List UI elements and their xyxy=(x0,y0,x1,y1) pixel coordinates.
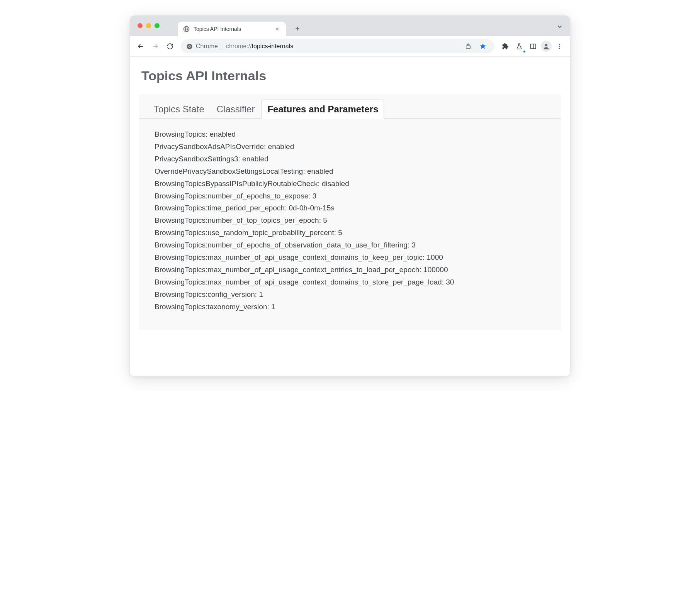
site-chip: Chrome xyxy=(186,43,218,50)
browser-window: Topics API Internals xyxy=(130,15,570,376)
titlebar: Topics API Internals xyxy=(130,15,570,36)
tab-search-button[interactable] xyxy=(556,23,563,30)
omnibox-divider xyxy=(222,43,222,50)
content-panel: Topics State Classifier Features and Par… xyxy=(139,94,561,330)
feature-item: BrowsingTopics:number_of_epochs_of_obser… xyxy=(155,239,545,251)
window-controls xyxy=(138,23,160,28)
extensions-icon[interactable] xyxy=(499,40,511,53)
url-scheme: chrome:// xyxy=(226,43,252,49)
svg-rect-5 xyxy=(530,44,536,49)
feature-item: BrowsingTopics:number_of_epochs_to_expos… xyxy=(155,190,545,202)
menu-icon[interactable] xyxy=(553,40,566,53)
labs-notification-dot xyxy=(523,50,526,53)
feature-item: BrowsingTopics:max_number_of_api_usage_c… xyxy=(155,264,545,276)
tab-topics-state[interactable]: Topics State xyxy=(148,100,210,119)
url-path: topics-internals xyxy=(252,43,294,49)
tab-features-params[interactable]: Features and Parameters xyxy=(262,100,384,119)
address-bar[interactable]: Chrome chrome://topics-internals xyxy=(181,39,494,53)
toolbar: Chrome chrome://topics-internals xyxy=(130,36,570,57)
feature-item: BrowsingTopics:use_random_topic_probabil… xyxy=(155,227,545,239)
feature-item: PrivacySandboxSettings3: enabled xyxy=(155,153,545,165)
window-minimize-button[interactable] xyxy=(146,23,151,28)
reload-button[interactable] xyxy=(164,40,176,53)
feature-list: BrowsingTopics: enabled PrivacySandboxAd… xyxy=(139,119,561,330)
svg-point-7 xyxy=(559,44,560,45)
back-button[interactable] xyxy=(134,40,147,53)
feature-item: BrowsingTopics:number_of_top_topics_per_… xyxy=(155,214,545,227)
chrome-icon xyxy=(186,43,193,50)
window-maximize-button[interactable] xyxy=(155,23,160,28)
browser-tab[interactable]: Topics API Internals xyxy=(178,22,286,36)
toolbar-right xyxy=(499,40,566,53)
svg-point-9 xyxy=(559,48,560,49)
feature-item: BrowsingTopics: enabled xyxy=(155,128,545,141)
page-title: Topics API Internals xyxy=(141,68,561,83)
tab-title: Topics API Internals xyxy=(194,26,270,32)
new-tab-button[interactable] xyxy=(292,23,303,34)
feature-item: OverridePrivacySandboxSettingsLocalTesti… xyxy=(155,165,545,178)
inner-tabrow: Topics State Classifier Features and Par… xyxy=(139,94,561,119)
feature-item: BrowsingTopics:max_number_of_api_usage_c… xyxy=(155,251,545,264)
labs-icon[interactable] xyxy=(513,40,525,53)
site-chip-label: Chrome xyxy=(196,43,218,50)
tab-close-button[interactable] xyxy=(274,26,280,32)
feature-item: BrowsingTopicsBypassIPIsPubliclyRoutable… xyxy=(155,178,545,190)
svg-point-3 xyxy=(189,46,190,47)
tab-strip: Topics API Internals xyxy=(178,22,303,36)
svg-rect-4 xyxy=(466,46,471,49)
profile-avatar[interactable] xyxy=(541,41,552,52)
forward-button[interactable] xyxy=(149,40,161,53)
tab-classifier[interactable]: Classifier xyxy=(211,100,260,119)
feature-item: PrivacySandboxAdsAPIsOverride: enabled xyxy=(155,141,545,153)
feature-item: BrowsingTopics:config_version: 1 xyxy=(155,288,545,301)
feature-item: BrowsingTopics:taxonomy_version: 1 xyxy=(155,301,545,313)
globe-icon xyxy=(183,26,190,32)
feature-item: BrowsingTopics:time_period_per_epoch: 0d… xyxy=(155,202,545,214)
window-close-button[interactable] xyxy=(138,23,143,28)
page-content: Topics API Internals Topics State Classi… xyxy=(130,57,570,376)
svg-point-8 xyxy=(559,46,560,47)
feature-item: BrowsingTopics:max_number_of_api_usage_c… xyxy=(155,276,545,288)
side-panel-icon[interactable] xyxy=(527,40,539,53)
share-icon[interactable] xyxy=(462,40,474,53)
svg-point-6 xyxy=(545,44,547,46)
bookmark-star-icon[interactable] xyxy=(477,40,489,53)
url-text: chrome://topics-internals xyxy=(226,43,293,50)
